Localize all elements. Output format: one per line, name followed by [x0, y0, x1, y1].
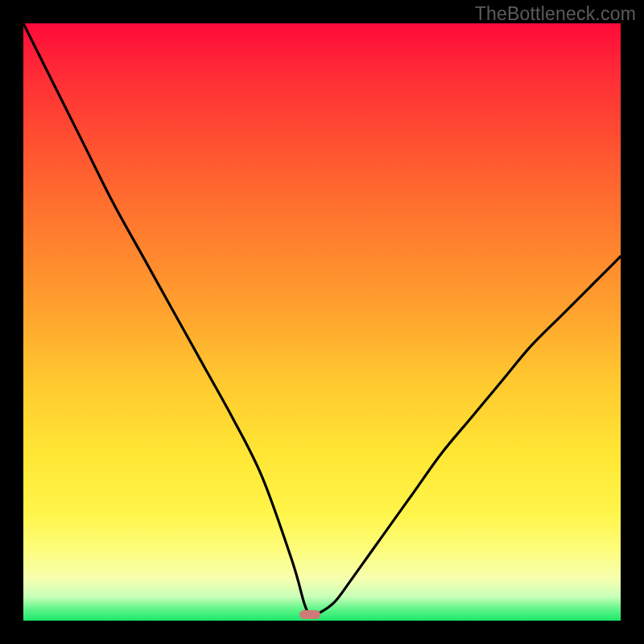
- curve-path: [23, 23, 621, 616]
- bottleneck-curve: [23, 23, 621, 621]
- chart-frame: TheBottleneck.com: [0, 0, 644, 644]
- optimal-marker: [299, 610, 320, 620]
- plot-area: [23, 23, 621, 621]
- watermark-text: TheBottleneck.com: [475, 3, 636, 25]
